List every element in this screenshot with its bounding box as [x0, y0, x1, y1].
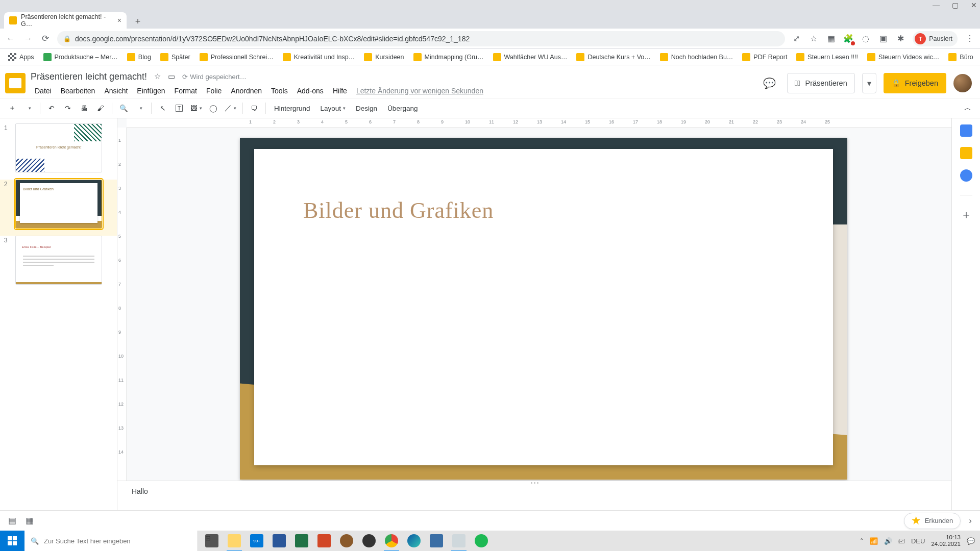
textbox-tool[interactable]: 🅃 [172, 101, 186, 115]
taskbar-app-2[interactable] [448, 531, 470, 551]
menu-einfuegen[interactable]: Einfügen [133, 85, 169, 97]
transition-button[interactable]: Übergang [383, 101, 422, 115]
background-button[interactable]: Hintergrund [270, 101, 314, 115]
shape-tool[interactable]: ◯ [206, 101, 220, 115]
extensions-menu-icon[interactable]: ✱ [895, 34, 905, 44]
tray-chevron-icon[interactable]: ˄ [860, 537, 864, 545]
bookmark-item[interactable]: Steuern Lesen !!!! [793, 51, 861, 63]
taskbar-search[interactable]: 🔍 Zur Suche Text hier eingeben [24, 531, 198, 551]
menu-ansicht[interactable]: Ansicht [100, 85, 132, 97]
bookmark-item[interactable]: Noch hochladen Bu… [657, 51, 737, 63]
extension2-icon[interactable]: ◌ [861, 34, 871, 44]
reload-icon[interactable]: ⟳ [40, 33, 51, 44]
menu-addons[interactable]: Add-ons [293, 85, 328, 97]
tasks-addon-icon[interactable] [960, 169, 972, 182]
slide-content-card[interactable]: Bilder und Grafiken [254, 149, 833, 465]
tray-network-icon[interactable]: 📶 [870, 537, 878, 545]
browser-tab-active[interactable]: Präsentieren leicht gemacht! - G… × [4, 12, 127, 29]
tray-clock[interactable]: 10:13 24.02.2021 [931, 534, 961, 547]
bookmarks-apps[interactable]: Apps [5, 51, 37, 63]
zoom-button[interactable]: 🔍 [116, 101, 131, 115]
present-dropdown[interactable]: ▾ [862, 73, 876, 93]
bookmark-item[interactable]: Produktsuche – Mer… [40, 51, 121, 63]
calendar-addon-icon[interactable] [960, 124, 972, 137]
present-button[interactable]: ▸⃞ Präsentieren [787, 73, 855, 93]
kebab-menu-icon[interactable]: ⋮ [965, 34, 975, 44]
extension-icon[interactable]: 🧩 [843, 34, 853, 44]
star-icon[interactable]: ☆ [154, 72, 161, 81]
tab-close-icon[interactable]: × [117, 16, 121, 24]
ruler-horizontal[interactable]: 1234567891011121314151617181920212223242… [127, 118, 951, 128]
taskbar-edge[interactable] [403, 531, 425, 551]
maximize-icon[interactable]: ▢ [952, 1, 959, 9]
taskbar-mail[interactable]: 99+ [246, 531, 267, 551]
taskbar-explorer[interactable] [224, 531, 245, 551]
bookmark-item[interactable]: Steuern Videos wic… [864, 51, 942, 63]
print-button[interactable]: 🖶 [77, 101, 91, 115]
redo-button[interactable]: ↷ [61, 101, 75, 115]
back-icon[interactable]: ← [5, 34, 16, 44]
menu-folie[interactable]: Folie [202, 85, 226, 97]
slide-thumb-2[interactable]: Bilder und Grafiken [15, 180, 102, 229]
slide-title-text[interactable]: Bilder und Grafiken [303, 197, 494, 223]
zoom-dropdown[interactable] [133, 101, 147, 115]
keep-addon-icon[interactable] [960, 147, 972, 159]
slide-thumbnail-panel[interactable]: 1 Präsentieren leicht gemacht! 2 Bilder … [0, 118, 117, 510]
new-slide-dropdown[interactable] [21, 101, 36, 115]
bookmark-item[interactable]: Kursideen [361, 51, 407, 63]
minimize-icon[interactable]: — [933, 1, 940, 9]
sidepanel-toggle-icon[interactable]: › [969, 516, 972, 526]
get-addons-icon[interactable]: ＋ [960, 209, 972, 221]
tray-battery-icon[interactable]: 🗠 [898, 537, 905, 545]
image-tool[interactable]: 🖼 [188, 101, 204, 115]
taskbar-chrome[interactable] [381, 531, 402, 551]
menu-hilfe[interactable]: Hilfe [329, 85, 351, 97]
extension3-icon[interactable]: ▣ [878, 34, 888, 44]
bookmark-item[interactable]: Kreativität und Insp… [280, 51, 358, 63]
slide-thumb-1[interactable]: Präsentieren leicht gemacht! [15, 123, 102, 172]
undo-button[interactable]: ↶ [44, 101, 59, 115]
paint-format-button[interactable]: 🖌 [93, 101, 108, 115]
menu-datei[interactable]: Datei [31, 85, 56, 97]
menu-format[interactable]: Format [170, 85, 201, 97]
collapse-toolbar-icon[interactable]: ︿ [961, 101, 975, 115]
slide-thumb-3[interactable]: Erste Folie – Beispiel [15, 236, 102, 285]
taskbar-app-brown[interactable] [336, 531, 357, 551]
start-button[interactable] [0, 531, 24, 551]
taskbar-excel[interactable] [291, 531, 312, 551]
move-icon[interactable]: ▭ [168, 72, 175, 81]
bookmark-item[interactable]: Wahlfächer WU Aus… [490, 51, 571, 63]
menu-anordnen[interactable]: Anordnen [227, 85, 266, 97]
tray-volume-icon[interactable]: 🔊 [884, 537, 892, 545]
slides-logo-icon[interactable] [5, 73, 26, 93]
new-slide-button[interactable]: ＋ [5, 101, 19, 115]
address-bar[interactable]: 🔒 docs.google.com/presentation/d/1yV372S… [57, 31, 785, 46]
slide-canvas[interactable]: Bilder und Grafiken [240, 138, 847, 480]
comments-icon[interactable]: 💬 [760, 73, 780, 93]
task-view-icon[interactable]: ⊞ [201, 531, 223, 551]
account-avatar[interactable] [953, 74, 972, 92]
grid-view-icon[interactable]: ▦ [26, 515, 34, 526]
slide-stage[interactable]: Bilder und Grafiken [117, 128, 951, 481]
design-button[interactable]: Design [352, 101, 381, 115]
speaker-notes[interactable]: Hallo [117, 481, 951, 510]
last-change-link[interactable]: Letzte Änderung vor wenigen Sekunden [352, 85, 487, 97]
layout-button[interactable]: Layout [316, 101, 350, 115]
tray-language[interactable]: DEU [911, 537, 925, 545]
new-tab-button[interactable]: + [131, 14, 145, 29]
bookmark-item[interactable]: Büro [945, 51, 976, 63]
taskbar-app-1[interactable] [426, 531, 447, 551]
qr-icon[interactable]: ▦ [826, 34, 836, 44]
select-tool[interactable]: ↖ [156, 101, 170, 115]
menu-bearbeiten[interactable]: Bearbeiten [57, 85, 100, 97]
doc-title[interactable]: Präsentieren leicht gemacht! [31, 71, 147, 82]
bookmark-item[interactable]: Mindmapping (Gru… [410, 51, 487, 63]
bookmark-item[interactable]: Deutsche Kurs + Vo… [573, 51, 653, 63]
speaker-notes-text[interactable]: Hallo [132, 487, 148, 495]
bookmark-item[interactable]: PDF Report [739, 51, 790, 63]
forward-icon[interactable]: → [22, 34, 34, 44]
taskbar-word[interactable] [268, 531, 290, 551]
taskbar-spotify[interactable] [471, 531, 492, 551]
zoom-icon[interactable]: ⤢ [791, 34, 801, 44]
explore-button[interactable]: Erkunden [904, 513, 961, 529]
